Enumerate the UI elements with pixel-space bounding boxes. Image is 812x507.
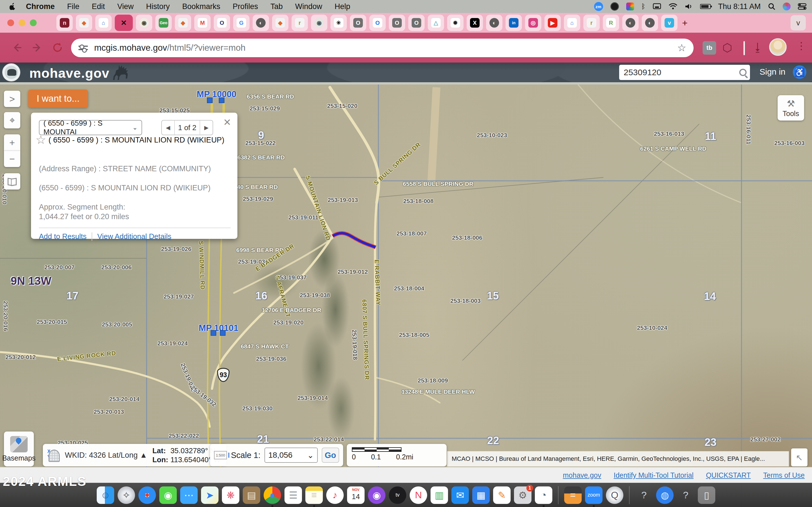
dock-icon-messages[interactable]: ⋯ (180, 487, 198, 504)
volume-icon[interactable] (685, 3, 693, 10)
tb-extension-icon[interactable]: tb (703, 41, 716, 55)
i-want-to-button[interactable]: I want to... (28, 90, 88, 108)
tab-search-chevron-icon[interactable]: v (791, 15, 806, 31)
search-icon[interactable] (739, 69, 747, 76)
basemaps-button[interactable]: Basemaps (4, 432, 34, 466)
pinned-tab[interactable]: ◉ (136, 15, 152, 31)
apple-menu-icon[interactable] (10, 3, 16, 10)
pinned-tab[interactable]: v (661, 15, 677, 31)
site-search-box[interactable] (619, 65, 750, 80)
site-search-input[interactable] (624, 68, 731, 77)
active-tab[interactable]: ✕ (115, 15, 133, 31)
extensions-puzzle-icon[interactable]: ⬡ (722, 41, 732, 54)
footer-link-mohave-gov[interactable]: mohave.gov (563, 471, 601, 480)
display-icon[interactable] (653, 3, 661, 10)
expand-sidebar-button[interactable]: > (4, 91, 20, 107)
dock-icon-missing-app-2[interactable]: ? (677, 487, 695, 504)
creative-cloud-icon[interactable] (610, 2, 619, 11)
pinned-tab[interactable]: O (369, 15, 386, 31)
pinned-tab[interactable]: ◉ (311, 15, 327, 31)
milepost-marker[interactable] (219, 98, 224, 103)
dock-icon-preview[interactable]: ◔ (535, 487, 552, 504)
dock-icon-notes[interactable]: ≡ (305, 487, 323, 504)
dock-icon-zoom[interactable]: zoom (585, 487, 603, 504)
menu-bar-clock[interactable]: Thu 8:11 AM (718, 2, 761, 11)
pinned-tab[interactable]: n (56, 15, 73, 31)
dock-icon-news[interactable]: N (410, 487, 427, 504)
pinned-tab[interactable]: ◐ (642, 15, 658, 31)
dock-icon-finder[interactable]: ☺ (97, 487, 114, 504)
pinned-tab[interactable]: r (292, 15, 308, 31)
site-settings-icon[interactable] (79, 43, 88, 53)
menu-item-file[interactable]: File (67, 2, 80, 11)
dock-icon-calendar[interactable]: 14NOV (347, 487, 364, 504)
add-to-results-link[interactable]: Add to Results (39, 232, 87, 241)
dock-icon-maps[interactable]: ➤ (201, 487, 218, 504)
overview-map-toggle[interactable]: ↖ (791, 448, 808, 466)
pager-prev-button[interactable]: ◀ (162, 121, 174, 135)
pinned-tab[interactable]: ◆ (272, 15, 289, 31)
dock-icon-music[interactable]: ♪ (326, 487, 344, 504)
menu-item-window[interactable]: Window (295, 2, 322, 11)
pinned-tab[interactable]: ◐ (486, 15, 502, 31)
dock-icon-contacts[interactable]: ▤ (243, 487, 260, 504)
pinned-tab[interactable]: ⌂ (95, 15, 112, 31)
pinned-tab[interactable]: X (467, 15, 483, 31)
dock-icon-podcasts[interactable]: ◉ (368, 487, 386, 504)
menu-item-help[interactable]: Help (335, 2, 350, 11)
color-app-icon[interactable] (626, 3, 634, 10)
pinned-tab[interactable]: ◐ (622, 15, 639, 31)
zoom-status-icon[interactable]: zm (594, 2, 603, 11)
dock-icon-launchpad[interactable]: ✧ (117, 487, 135, 504)
wifi-icon[interactable] (668, 3, 677, 10)
dock-icon-photos[interactable]: ❋ (222, 487, 239, 504)
battery-icon[interactable] (700, 4, 711, 9)
menu-item-history[interactable]: History (146, 2, 170, 11)
pinned-tab[interactable]: O (214, 15, 230, 31)
view-additional-details-link[interactable]: View Additional Details (97, 232, 171, 241)
menu-item-bookmarks[interactable]: Bookmarks (182, 2, 220, 11)
pinned-tab[interactable]: ▶ (545, 15, 561, 31)
pinned-tab[interactable]: △ (428, 15, 444, 31)
dock-icon-mail[interactable]: ✉ (451, 487, 469, 504)
pinned-tab[interactable]: O (350, 15, 366, 31)
dock-icon-safari[interactable]: ✦ (139, 487, 156, 504)
map-viewport[interactable]: MP 100006356 S BEAR RD253-15-029253-15-0… (0, 84, 812, 507)
wkid-selector[interactable]: WKID: 4326 Lat/Long ▲ (65, 451, 147, 460)
reload-button[interactable] (52, 42, 63, 53)
dock-icon-settings[interactable]: ⚙1 (514, 487, 531, 504)
dock-icon-trash[interactable]: ▯ (698, 487, 715, 504)
minimize-window-button[interactable] (18, 19, 26, 26)
bookmark-star-icon[interactable]: ☆ (677, 42, 686, 54)
pinned-tab[interactable]: r (583, 15, 600, 31)
bookmarks-button[interactable] (4, 173, 20, 189)
url-text[interactable]: mcgis.mohave.gov/html5/?viewer=moh (94, 43, 246, 53)
scale-ratio-icon[interactable]: 1:500 (214, 451, 227, 459)
control-center-icon[interactable] (798, 3, 806, 10)
pinned-tab[interactable]: ◆ (175, 15, 191, 31)
zoom-window-button[interactable] (30, 19, 37, 26)
new-tab-button[interactable]: + (677, 15, 692, 30)
zoom-out-button[interactable]: − (4, 151, 20, 167)
pinned-tab[interactable]: Geo (155, 15, 172, 31)
pinned-tab[interactable]: O (408, 15, 424, 31)
milepost-marker[interactable] (207, 98, 213, 103)
back-button[interactable] (11, 42, 22, 53)
pinned-tab[interactable]: ◎ (525, 15, 541, 31)
milepost-marker[interactable] (220, 330, 225, 336)
pinned-tab[interactable]: M (194, 15, 211, 31)
tools-button[interactable]: ⚒ Tools (777, 95, 804, 121)
pinned-tab[interactable]: ◆ (76, 15, 92, 31)
menu-item-profiles[interactable]: Profiles (233, 2, 258, 11)
go-button[interactable]: Go (322, 448, 339, 463)
dock-icon-facetime[interactable]: ◉ (159, 487, 177, 504)
menu-item-edit[interactable]: Edit (92, 2, 105, 11)
siri-icon[interactable] (783, 3, 791, 10)
close-window-button[interactable] (7, 19, 14, 26)
dock-icon-appletv[interactable]: tv (389, 487, 406, 504)
dock-icon-quicktime[interactable]: Q (606, 487, 623, 504)
pinned-tab[interactable]: G (233, 15, 250, 31)
pager-next-button[interactable]: ▶ (200, 121, 213, 135)
pinned-tab[interactable]: ⌂ (564, 15, 580, 31)
footer-link-terms-of-use[interactable]: Terms of Use (763, 471, 805, 480)
